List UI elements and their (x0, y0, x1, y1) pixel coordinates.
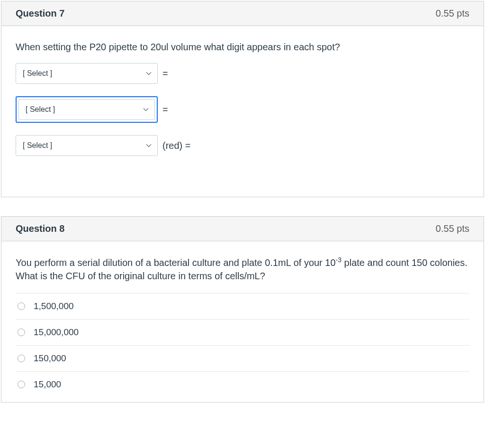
option-label: 1,500,000 (34, 301, 74, 311)
select-placeholder: [ Select ] (23, 141, 52, 150)
select-row-2: [ Select ] = (16, 96, 469, 123)
option-label: 150,000 (34, 353, 66, 364)
option-1[interactable]: 1,500,000 (16, 293, 469, 319)
radio-icon (18, 302, 25, 310)
prompt-prefix: You perform a serial dilution of a bacte… (16, 257, 336, 268)
question-body: When setting the P20 pipette to 20ul vol… (1, 26, 484, 197)
question-header: Question 7 0.55 pts (1, 1, 484, 26)
question-points: 0.55 pts (436, 8, 469, 19)
after-label-2: = (162, 104, 168, 115)
prompt-exponent: -3 (336, 256, 341, 264)
digit-select-2[interactable]: [ Select ] (16, 96, 158, 123)
question-body: You perform a serial dilution of a bacte… (1, 241, 484, 402)
question-points: 0.55 pts (436, 223, 469, 234)
select-placeholder: [ Select ] (23, 69, 52, 78)
radio-icon (18, 355, 25, 362)
option-label: 15,000,000 (34, 327, 79, 338)
question-8: Question 8 0.55 pts You perform a serial… (1, 216, 484, 402)
question-title: Question 7 (16, 8, 64, 19)
chevron-down-icon (146, 143, 152, 148)
question-title: Question 8 (16, 223, 64, 234)
select-row-1: [ Select ] = (16, 63, 469, 84)
question-prompt: When setting the P20 pipette to 20ul vol… (16, 40, 469, 54)
after-label-3: (red) = (162, 140, 190, 151)
option-2[interactable]: 15,000,000 (16, 319, 469, 345)
option-3[interactable]: 150,000 (16, 345, 469, 371)
question-header: Question 8 0.55 pts (1, 217, 484, 241)
radio-icon (18, 329, 25, 336)
option-label: 15,000 (34, 379, 61, 390)
select-placeholder: [ Select ] (26, 105, 55, 114)
digit-select-3[interactable]: [ Select ] (16, 135, 158, 156)
digit-select-1[interactable]: [ Select ] (16, 63, 158, 84)
question-prompt: You perform a serial dilution of a bacte… (16, 256, 469, 283)
after-label-1: = (162, 68, 168, 79)
option-4[interactable]: 15,000 (16, 371, 469, 397)
select-row-3: [ Select ] (red) = (16, 135, 469, 156)
chevron-down-icon (143, 107, 149, 112)
chevron-down-icon (146, 71, 152, 76)
question-7: Question 7 0.55 pts When setting the P20… (1, 1, 484, 197)
options-list: 1,500,000 15,000,000 150,000 15,000 (16, 293, 469, 397)
radio-icon (18, 381, 25, 388)
